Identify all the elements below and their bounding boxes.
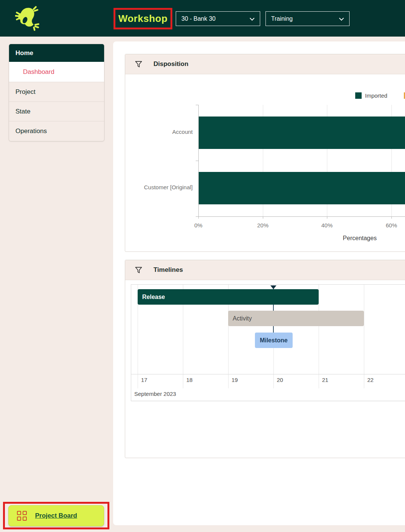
timelines-plot: 171819202122September 2023ReleaseActivit… bbox=[131, 284, 405, 401]
row-boundary-tick bbox=[196, 161, 198, 161]
disposition-plot: 0%20%40%60%AccountCustomer [Original]Per… bbox=[198, 105, 405, 216]
disposition-card-title: Disposition bbox=[153, 60, 189, 68]
x-axis-title: Percentages bbox=[198, 235, 405, 242]
project-board-button[interactable]: Project Board bbox=[8, 505, 104, 526]
training-select[interactable]: Training bbox=[265, 11, 350, 26]
day-gridline bbox=[364, 285, 364, 388]
training-select-value: Training bbox=[271, 15, 293, 22]
bar-account[interactable] bbox=[199, 117, 405, 149]
day-label: 18 bbox=[186, 377, 193, 383]
timelines-card-title: Timelines bbox=[153, 266, 183, 274]
disposition-card: Disposition Imported 0%20%40%60%AccountC… bbox=[125, 54, 405, 252]
sidebar-item-label: Home bbox=[15, 49, 33, 57]
chart-legend: Imported bbox=[125, 92, 405, 100]
day-label: 20 bbox=[277, 377, 283, 383]
row-boundary-tick bbox=[196, 105, 198, 105]
day-label: 17 bbox=[141, 377, 147, 383]
x-tick-label: 60% bbox=[380, 222, 403, 228]
disposition-card-header: Disposition bbox=[125, 54, 405, 74]
x-tick-label: 40% bbox=[316, 222, 338, 228]
legend-label-imported: Imported bbox=[365, 92, 387, 99]
sidebar-item-dashboard[interactable]: Dashboard bbox=[9, 62, 104, 82]
sidebar-item-label: State bbox=[15, 108, 31, 115]
board-grid-icon bbox=[17, 511, 27, 521]
sidebar-item-home[interactable]: Home bbox=[9, 44, 104, 62]
day-label: 19 bbox=[232, 377, 238, 383]
axis-separator-line bbox=[131, 374, 405, 374]
chevron-down-icon bbox=[339, 16, 344, 21]
app-header: Workshop 30 - Bank 30 Training bbox=[0, 0, 405, 37]
category-axis-line bbox=[196, 216, 405, 217]
row-boundary-tick bbox=[196, 216, 198, 217]
app-title: Workshop bbox=[115, 10, 170, 28]
timeline-bar-activity[interactable]: Activity bbox=[228, 311, 364, 326]
sidebar-item-label: Project bbox=[15, 88, 35, 96]
timeline-bar-milestone[interactable]: Milestone bbox=[255, 333, 293, 348]
timeline-bar-release[interactable]: Release bbox=[138, 289, 319, 305]
legend-swatch-imported[interactable] bbox=[355, 92, 362, 99]
sidebar-item-state[interactable]: State bbox=[9, 102, 104, 121]
annotation-box-workshop: Workshop bbox=[114, 8, 172, 29]
bank-select-value: 30 - Bank 30 bbox=[181, 15, 216, 22]
month-label: September 2023 bbox=[134, 391, 176, 397]
filter-icon[interactable] bbox=[134, 266, 143, 274]
project-board-label: Project Board bbox=[35, 512, 77, 520]
category-label: Customer [Original] bbox=[121, 184, 193, 190]
day-label: 22 bbox=[367, 377, 374, 383]
sidebar-item-label: Dashboard bbox=[23, 68, 54, 76]
category-label: Account bbox=[121, 129, 193, 135]
chevron-down-icon bbox=[250, 16, 255, 21]
timelines-card-header: Timelines bbox=[125, 260, 405, 280]
sidebar-menu: Home Dashboard Project State Operations bbox=[9, 44, 104, 141]
day-label: 21 bbox=[322, 377, 328, 383]
timelines-card: Timelines 171819202122September 2023Rele… bbox=[125, 260, 405, 458]
day-gridline bbox=[319, 285, 319, 388]
sidebar-item-project[interactable]: Project bbox=[9, 82, 104, 102]
x-tick-label: 20% bbox=[252, 222, 274, 228]
frog-logo bbox=[15, 5, 41, 32]
x-tick-label: 0% bbox=[187, 222, 210, 228]
bank-select[interactable]: 30 - Bank 30 bbox=[176, 11, 260, 26]
filter-icon[interactable] bbox=[134, 60, 143, 69]
app-viewport: Workshop 30 - Bank 30 Training Home Dash… bbox=[0, 0, 405, 532]
today-marker-triangle bbox=[270, 285, 276, 289]
bar-customer-original-[interactable] bbox=[199, 172, 405, 204]
main-content-panel: Disposition Imported 0%20%40%60%AccountC… bbox=[113, 41, 405, 525]
sidebar-item-operations[interactable]: Operations bbox=[9, 121, 104, 141]
sidebar-item-label: Operations bbox=[15, 127, 47, 135]
